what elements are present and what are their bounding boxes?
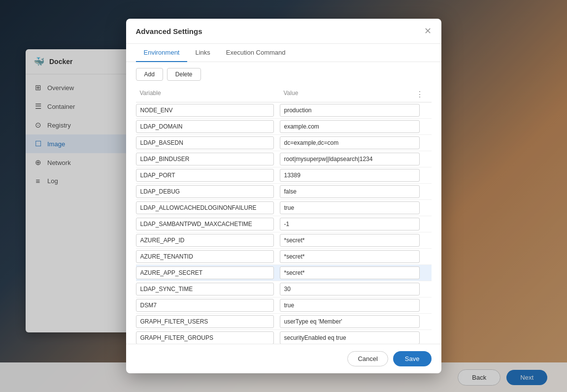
variable-input-7[interactable] xyxy=(136,218,274,230)
modal-footer: Cancel Save xyxy=(126,344,441,373)
table-row[interactable] xyxy=(136,102,432,119)
variable-input-5[interactable] xyxy=(136,185,274,198)
variable-input-13[interactable] xyxy=(136,315,274,328)
modal-close-button[interactable]: ✕ xyxy=(424,27,432,35)
table-row[interactable] xyxy=(136,184,432,200)
variable-input-3[interactable] xyxy=(136,153,274,165)
table-row[interactable] xyxy=(136,119,432,135)
table-row[interactable] xyxy=(136,330,432,344)
value-input-13[interactable] xyxy=(280,315,420,328)
variable-input-14[interactable] xyxy=(136,331,274,344)
value-input-8[interactable] xyxy=(280,234,420,247)
table-row[interactable] xyxy=(136,249,432,265)
table-row[interactable] xyxy=(136,135,432,151)
table-row[interactable] xyxy=(136,297,432,314)
table-row[interactable] xyxy=(136,265,432,281)
variable-input-9[interactable] xyxy=(136,250,274,263)
variable-input-4[interactable] xyxy=(136,169,274,182)
value-input-1[interactable] xyxy=(280,120,420,133)
delete-button[interactable]: Delete xyxy=(167,68,201,81)
table-rows-container xyxy=(136,102,432,344)
value-input-2[interactable] xyxy=(280,136,420,149)
tab-execution-command[interactable]: Execution Command xyxy=(218,44,294,62)
variable-input-8[interactable] xyxy=(136,234,274,247)
modal-overlay: Advanced Settings ✕ Environment Links Ex… xyxy=(0,0,567,392)
table-row[interactable] xyxy=(136,281,432,297)
env-table: Variable Value ⋮ xyxy=(136,87,432,344)
tab-environment[interactable]: Environment xyxy=(136,44,188,62)
modal-header: Advanced Settings ✕ xyxy=(126,19,441,44)
variable-input-12[interactable] xyxy=(136,299,274,312)
value-input-11[interactable] xyxy=(280,283,420,295)
table-row[interactable] xyxy=(136,314,432,330)
modal-title: Advanced Settings xyxy=(136,27,202,35)
value-input-5[interactable] xyxy=(280,185,420,198)
cancel-button[interactable]: Cancel xyxy=(347,351,388,366)
variable-input-11[interactable] xyxy=(136,283,274,295)
modal-toolbar: Add Delete xyxy=(126,62,441,87)
col-variable-header: Variable xyxy=(140,90,278,99)
advanced-settings-modal: Advanced Settings ✕ Environment Links Ex… xyxy=(126,19,441,373)
value-input-6[interactable] xyxy=(280,201,420,214)
table-row[interactable] xyxy=(136,200,432,216)
value-input-12[interactable] xyxy=(280,299,420,312)
variable-input-1[interactable] xyxy=(136,120,274,133)
add-button[interactable]: Add xyxy=(136,68,163,81)
table-row[interactable] xyxy=(136,151,432,167)
value-input-9[interactable] xyxy=(280,250,420,263)
table-row[interactable] xyxy=(136,232,432,249)
value-input-4[interactable] xyxy=(280,169,420,182)
value-input-14[interactable] xyxy=(280,331,420,344)
save-button[interactable]: Save xyxy=(393,351,432,366)
variable-input-6[interactable] xyxy=(136,201,274,214)
value-input-0[interactable] xyxy=(280,104,420,117)
table-row[interactable] xyxy=(136,216,432,232)
table-row[interactable] xyxy=(136,167,432,184)
more-options-icon[interactable]: ⋮ xyxy=(416,90,424,99)
variable-input-0[interactable] xyxy=(136,104,274,117)
modal-tabs: Environment Links Execution Command xyxy=(126,44,441,62)
value-input-7[interactable] xyxy=(280,218,420,230)
value-input-3[interactable] xyxy=(280,153,420,165)
variable-input-10[interactable] xyxy=(136,266,274,279)
table-header: Variable Value ⋮ xyxy=(136,87,432,102)
tab-links[interactable]: Links xyxy=(187,44,218,62)
variable-input-2[interactable] xyxy=(136,136,274,149)
value-input-10[interactable] xyxy=(280,266,420,279)
col-value-header: Value xyxy=(284,90,416,99)
